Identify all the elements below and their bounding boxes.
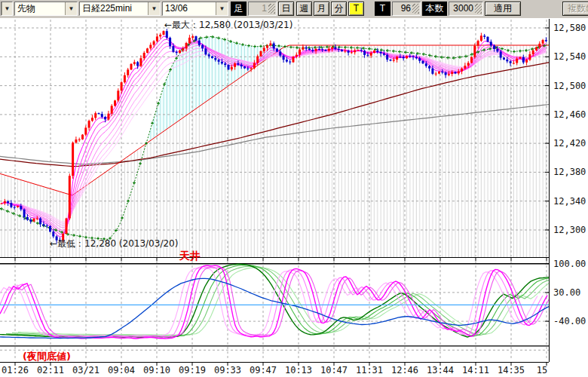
svg-text:02:11: 02:11 [37, 365, 64, 375]
svg-text:100.00: 100.00 [553, 259, 586, 269]
svg-text:12,380: 12,380 [553, 167, 586, 177]
trading-chart-app: ▼ 先物 ▼ 日経225mini ▼ 13/06 ▼ 足 1 日 週 月 分 T… [0, 0, 588, 377]
interval-value: 1 [249, 2, 268, 15]
period-month-button[interactable]: 月 [314, 2, 329, 16]
svg-text:14:11: 14:11 [462, 365, 489, 375]
svg-text:15: 15 [537, 365, 547, 375]
svg-text:09:04: 09:04 [108, 365, 135, 375]
tick-count-value: 96 [393, 2, 412, 15]
price-and-oscillator-chart[interactable]: 12,58012,54012,50012,46012,42012,38012,3… [0, 18, 588, 377]
svg-text:12,540: 12,540 [553, 51, 586, 62]
history-dropdown[interactable]: ▼ [1, 2, 13, 16]
contract-value: 13/06 [163, 2, 216, 15]
bar-type-button[interactable]: 足 [231, 2, 247, 16]
chevron-down-icon: ▼ [148, 2, 160, 15]
svg-text:09:10: 09:10 [143, 365, 170, 375]
svg-text:09:47: 09:47 [250, 365, 277, 375]
period-tick-button[interactable]: T [348, 2, 364, 16]
svg-text:03/21: 03/21 [72, 365, 100, 375]
period-day-button[interactable]: 日 [278, 2, 294, 16]
toolbar: ▼ 先物 ▼ 日経225mini ▼ 13/06 ▼ 足 1 日 週 月 分 T… [0, 0, 588, 19]
category-value: 先物 [15, 2, 65, 15]
oscillator-series [0, 264, 567, 339]
svg-text:12,300: 12,300 [553, 225, 586, 235]
bar-count-stepper[interactable]: 3000 [449, 2, 483, 16]
bar-count-label-button[interactable]: 本数 [422, 2, 447, 16]
resize-grip-icon[interactable] [475, 4, 482, 14]
symbol-value: 日経225mini [80, 2, 148, 15]
category-select[interactable]: 先物 ▼ [14, 2, 78, 16]
night-bottom-annotation: (夜間底値) [23, 351, 71, 362]
high-annotation: ←最大：12,580 (2013/03/21) [164, 20, 292, 30]
svg-text:-40.00: -40.00 [553, 316, 586, 326]
svg-text:09:33: 09:33 [214, 365, 241, 375]
multi-symbol-button[interactable]: 複数銘柄 [562, 2, 588, 16]
low-annotation: ←最低：12,280 (2013/03/20) [50, 238, 178, 249]
chevron-down-icon: ▼ [2, 2, 12, 15]
chart-area[interactable]: 12,58012,54012,50012,46012,42012,38012,3… [0, 18, 588, 377]
bar-count-value: 3000 [449, 2, 475, 15]
svg-text:12,500: 12,500 [553, 81, 586, 91]
period-minute-button[interactable]: 分 [331, 2, 347, 16]
svg-text:01:26: 01:26 [2, 365, 29, 375]
resize-grip-icon[interactable] [268, 4, 275, 14]
svg-text:10:13: 10:13 [285, 365, 312, 375]
svg-text:10:47: 10:47 [320, 365, 348, 375]
svg-text:09:19: 09:19 [179, 365, 206, 375]
svg-text:12,340: 12,340 [553, 196, 586, 207]
interval-stepper[interactable]: 1 [248, 2, 277, 16]
symbol-select[interactable]: 日経225mini ▼ [79, 2, 161, 16]
svg-text:30.00: 30.00 [553, 287, 580, 298]
svg-text:13:44: 13:44 [427, 365, 454, 375]
svg-text:14:35: 14:35 [498, 365, 525, 375]
tick-count-stepper[interactable]: 96 [392, 2, 421, 16]
svg-text:12:46: 12:46 [391, 365, 418, 375]
svg-text:12,420: 12,420 [553, 138, 586, 149]
apply-button[interactable]: 適用 [485, 2, 521, 16]
ceiling-annotation: 天井 [179, 250, 201, 262]
tick-label-button[interactable]: T [375, 2, 390, 16]
chevron-down-icon: ▼ [65, 2, 77, 15]
resize-grip-icon[interactable] [412, 4, 419, 14]
chevron-down-icon: ▼ [216, 2, 228, 15]
contract-month-select[interactable]: 13/06 ▼ [162, 2, 228, 16]
background-stripes [0, 45, 549, 257]
svg-text:12,580: 12,580 [553, 23, 586, 33]
svg-text:11:31: 11:31 [356, 365, 383, 375]
period-week-button[interactable]: 週 [296, 2, 312, 16]
svg-text:12,460: 12,460 [553, 109, 586, 120]
